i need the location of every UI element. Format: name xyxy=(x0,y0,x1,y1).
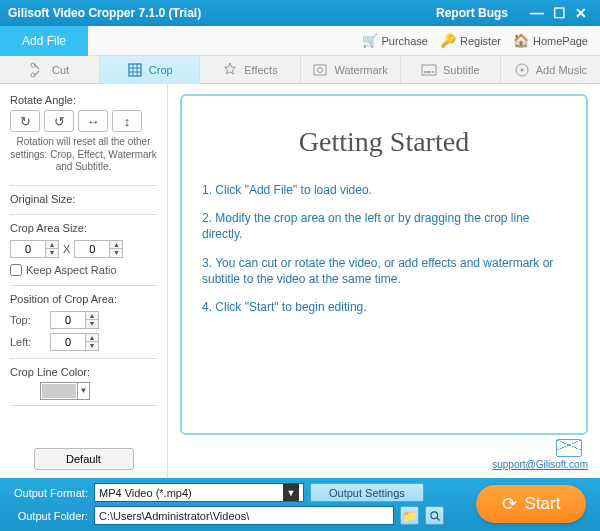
start-button[interactable]: ⟳ Start xyxy=(476,485,586,523)
purchase-link[interactable]: 🛒 Purchase xyxy=(362,33,428,48)
envelope-icon xyxy=(556,439,582,457)
rotate-note: Rotation will reset all the other settin… xyxy=(10,136,157,174)
up-arrow-icon[interactable]: ▲ xyxy=(46,241,58,249)
down-arrow-icon[interactable]: ▼ xyxy=(110,249,122,257)
output-folder-path[interactable]: C:\Users\Administrator\Videos\ xyxy=(94,506,394,525)
getting-started-heading: Getting Started xyxy=(202,126,566,158)
size-x-label: X xyxy=(63,243,70,255)
left-label: Left: xyxy=(10,336,46,348)
keep-aspect-input[interactable] xyxy=(10,264,22,276)
rotate-cw-button[interactable]: ↻ xyxy=(10,110,40,132)
cart-icon: 🛒 xyxy=(362,33,378,48)
step-4: 4. Click "Start" to begin editing. xyxy=(202,299,566,315)
original-size-label: Original Size: xyxy=(10,193,157,205)
down-arrow-icon[interactable]: ▼ xyxy=(86,342,98,350)
music-icon xyxy=(514,62,530,78)
key-icon: 🔑 xyxy=(440,33,456,48)
tab-effects[interactable]: Effects xyxy=(200,56,300,83)
step-1: 1. Click "Add File" to load video. xyxy=(202,182,566,198)
crop-top-input[interactable] xyxy=(50,311,86,329)
crop-area-size-label: Crop Area Size: xyxy=(10,222,157,234)
close-button[interactable]: ✕ xyxy=(570,5,592,21)
crop-line-color-label: Crop Line Color: xyxy=(10,366,157,378)
svg-point-14 xyxy=(430,511,437,518)
tab-addmusic[interactable]: Add Music xyxy=(501,56,600,83)
subtitle-icon xyxy=(421,62,437,78)
refresh-icon: ⟳ xyxy=(502,493,517,515)
crop-line-color-picker[interactable]: ▼ xyxy=(40,382,90,400)
getting-started-panel: Getting Started 1. Click "Add File" to l… xyxy=(180,94,588,435)
crop-height-input[interactable] xyxy=(74,240,110,258)
report-bugs-link[interactable]: Report Bugs xyxy=(436,6,508,20)
svg-rect-2 xyxy=(129,64,141,76)
support-block: support@Gilisoft.com xyxy=(180,439,588,470)
color-swatch xyxy=(42,384,76,398)
crop-height-stepper[interactable]: ▲▼ xyxy=(74,240,123,258)
tab-crop[interactable]: Crop xyxy=(100,56,200,84)
open-folder-button[interactable] xyxy=(425,506,444,525)
keep-aspect-checkbox[interactable]: Keep Aspect Ratio xyxy=(10,264,157,276)
topbar: Add File 🛒 Purchase 🔑 Register 🏠 HomePag… xyxy=(0,26,600,56)
output-folder-label: Output Folder: xyxy=(10,510,88,522)
flip-horizontal-button[interactable]: ↔ xyxy=(78,110,108,132)
svg-line-15 xyxy=(436,517,439,520)
svg-point-13 xyxy=(520,68,523,71)
rotate-angle-label: Rotate Angle: xyxy=(10,94,157,106)
crop-left-stepper[interactable]: ▲▼ xyxy=(50,333,99,351)
tab-cut[interactable]: Cut xyxy=(0,56,100,83)
crop-position-label: Position of Crop Area: xyxy=(10,293,157,305)
app-title: Gilisoft Video Cropper 7.1.0 (Trial) xyxy=(8,6,201,20)
main: Rotate Angle: ↻ ↺ ↔ ↕ Rotation will rese… xyxy=(0,84,600,478)
content: Getting Started 1. Click "Add File" to l… xyxy=(168,84,600,478)
chevron-down-icon[interactable]: ▼ xyxy=(283,484,299,501)
down-arrow-icon[interactable]: ▼ xyxy=(46,249,58,257)
up-arrow-icon[interactable]: ▲ xyxy=(86,312,98,320)
scissors-icon xyxy=(30,62,46,78)
step-3: 3. You can cut or rotate the video, or a… xyxy=(202,255,566,287)
browse-folder-button[interactable]: 📁 xyxy=(400,506,419,525)
output-format-label: Output Format: xyxy=(10,487,88,499)
crop-width-input[interactable] xyxy=(10,240,46,258)
tab-watermark[interactable]: Watermark xyxy=(301,56,401,83)
minimize-button[interactable]: — xyxy=(526,5,548,21)
top-label: Top: xyxy=(10,314,46,326)
chevron-down-icon: ▼ xyxy=(77,383,89,399)
rotate-ccw-button[interactable]: ↺ xyxy=(44,110,74,132)
up-arrow-icon[interactable]: ▲ xyxy=(86,334,98,342)
add-file-button[interactable]: Add File xyxy=(0,26,88,56)
effects-icon xyxy=(222,62,238,78)
titlebar: Gilisoft Video Cropper 7.1.0 (Trial) Rep… xyxy=(0,0,600,26)
down-arrow-icon[interactable]: ▼ xyxy=(86,320,98,328)
sidebar: Rotate Angle: ↻ ↺ ↔ ↕ Rotation will rese… xyxy=(0,84,168,478)
flip-vertical-button[interactable]: ↕ xyxy=(112,110,142,132)
up-arrow-icon[interactable]: ▲ xyxy=(110,241,122,249)
tabs: Cut Crop Effects Watermark Subtitle Add … xyxy=(0,56,600,84)
start-label: Start xyxy=(525,494,561,514)
crop-width-stepper[interactable]: ▲▼ xyxy=(10,240,59,258)
output-format-select[interactable]: MP4 Video (*.mp4) ▼ xyxy=(94,483,304,502)
svg-rect-7 xyxy=(314,65,326,75)
support-email-link[interactable]: support@Gilisoft.com xyxy=(492,459,588,470)
crop-icon xyxy=(127,62,143,78)
svg-point-8 xyxy=(318,67,323,72)
crop-left-input[interactable] xyxy=(50,333,86,351)
tab-subtitle[interactable]: Subtitle xyxy=(401,56,501,83)
output-settings-button[interactable]: Output Settings xyxy=(310,483,424,502)
maximize-button[interactable]: ☐ xyxy=(548,5,570,21)
register-link[interactable]: 🔑 Register xyxy=(440,33,501,48)
watermark-icon xyxy=(312,62,328,78)
add-file-label: Add File xyxy=(22,34,66,48)
default-button[interactable]: Default xyxy=(34,448,134,470)
home-icon: 🏠 xyxy=(513,33,529,48)
output-format-value: MP4 Video (*.mp4) xyxy=(99,487,192,499)
step-2: 2. Modify the crop area on the left or b… xyxy=(202,210,566,242)
crop-top-stepper[interactable]: ▲▼ xyxy=(50,311,99,329)
svg-rect-9 xyxy=(422,65,436,75)
homepage-link[interactable]: 🏠 HomePage xyxy=(513,33,588,48)
footer: Output Format: MP4 Video (*.mp4) ▼ Outpu… xyxy=(0,478,600,531)
